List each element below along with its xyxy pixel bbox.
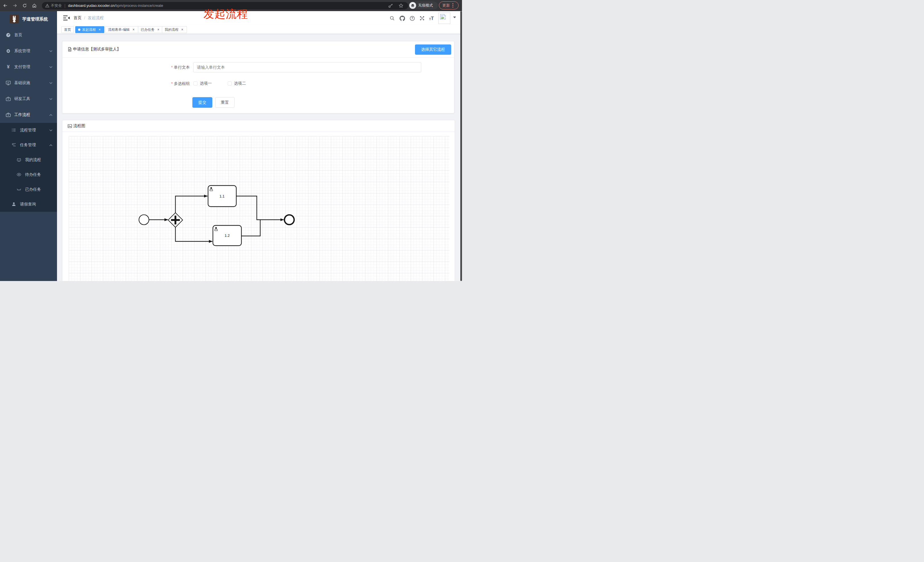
sidebar-item-done-tasks[interactable]: 已办任务 <box>0 182 57 197</box>
font-size-icon: TT <box>429 16 434 21</box>
chevron-down-icon <box>49 129 52 131</box>
scrollbar[interactable] <box>460 11 462 281</box>
list-icon <box>11 128 16 133</box>
chevron-down-icon <box>49 50 52 52</box>
sidebar-collapse-button[interactable] <box>63 15 70 21</box>
browser-reload-button[interactable] <box>21 2 28 9</box>
browser-forward-button[interactable] <box>11 2 18 9</box>
avatar-dropdown-caret-icon[interactable] <box>453 16 456 18</box>
tab-process-form-edit[interactable]: 流程表单-编辑 × <box>105 26 138 33</box>
breadcrumb-home[interactable]: 首页 <box>74 15 81 21</box>
bpmn-diagram: 1.1 1.2 <box>69 136 450 281</box>
flow-gateway-to-task1 <box>176 196 208 213</box>
sidebar-item-system[interactable]: 系统管理 <box>0 43 57 59</box>
close-icon[interactable]: × <box>98 28 102 31</box>
back-icon <box>3 3 8 8</box>
card-title: 流程图 <box>73 123 85 129</box>
broken-image-icon <box>440 13 446 20</box>
face-icon <box>16 157 22 162</box>
header-font-size-button[interactable]: TT <box>428 14 435 22</box>
gear-icon <box>6 48 11 54</box>
forward-icon <box>12 3 17 8</box>
toolbox-icon <box>6 112 11 117</box>
header-search-button[interactable] <box>388 14 396 22</box>
chrome-menu-dots-icon[interactable] <box>452 3 453 8</box>
sidebar-item-infrastructure[interactable]: 基础设施 <box>0 75 57 91</box>
chevron-up-icon <box>49 144 52 146</box>
incognito-badge: 无痕模式 <box>409 1 438 9</box>
address-separator: | <box>64 3 66 8</box>
sidebar-logo[interactable]: 芋道管理系统 <box>0 11 57 27</box>
single-line-text-input[interactable] <box>193 62 421 72</box>
incognito-label: 无痕模式 <box>418 3 433 8</box>
checkbox-option-2[interactable] <box>228 81 232 85</box>
tab-my-processes[interactable]: 我的流程 × <box>162 26 187 33</box>
home-icon <box>32 3 37 8</box>
user-task-1-1: 1.1 <box>208 186 236 207</box>
document-icon <box>68 47 72 52</box>
help-icon: ? <box>410 16 415 21</box>
chevron-up-icon <box>49 114 52 116</box>
flow-gateway-to-task2 <box>176 227 213 241</box>
sidebar-item-dev-tools[interactable]: 研发工具 <box>0 91 57 107</box>
select-other-process-button[interactable]: 选择其它流程 <box>415 45 451 55</box>
browser-window: 不安全 | dashboard.yudao.iocoder.cn/bpm/pro… <box>0 0 462 281</box>
header-fullscreen-button[interactable] <box>418 14 426 22</box>
search-icon <box>390 16 395 21</box>
header-help-button[interactable]: ? <box>408 14 416 22</box>
end-event-node <box>285 215 294 225</box>
browser-back-button[interactable] <box>2 2 9 9</box>
checkbox-group: 选项一 选项二 <box>194 78 246 88</box>
user-icon <box>11 202 16 207</box>
header-github-button[interactable] <box>398 14 406 22</box>
browser-home-button[interactable] <box>31 2 38 9</box>
card-header: 申请信息【测试多审批人】 选择其它流程 <box>62 41 454 58</box>
bookmark-star-icon[interactable] <box>399 3 404 8</box>
logo-rabbit-image <box>10 15 19 23</box>
reload-icon <box>22 3 27 8</box>
incognito-icon <box>409 2 416 9</box>
dashboard-icon <box>6 33 11 37</box>
password-key-icon[interactable] <box>388 3 393 8</box>
reset-button[interactable]: 重置 <box>215 97 235 108</box>
checkbox-option-1[interactable] <box>194 81 198 85</box>
close-icon[interactable]: × <box>132 28 135 31</box>
sidebar-item-home[interactable]: 首页 <box>0 27 57 43</box>
sidebar-item-task-management[interactable]: 任务管理 <box>0 138 57 153</box>
fullscreen-icon <box>420 16 424 21</box>
task-label: 1.1 <box>219 194 224 198</box>
chevron-down-icon <box>49 82 52 84</box>
tab-home[interactable]: 首页 <box>61 26 74 33</box>
sidebar-item-workflow[interactable]: 工作流程 <box>0 107 57 123</box>
chevron-down-icon <box>49 98 52 100</box>
close-icon[interactable]: × <box>156 28 160 31</box>
task-label: 1.2 <box>225 234 230 238</box>
workflow-icon <box>11 142 16 148</box>
monitor-icon <box>6 80 11 85</box>
active-dot-icon <box>78 28 80 31</box>
github-icon <box>400 16 405 21</box>
sidebar-item-payment[interactable]: ¥ 支付管理 <box>0 59 57 75</box>
chrome-update-button[interactable]: 更新 <box>439 1 459 9</box>
sidebar-item-todo-tasks[interactable]: 待办任务 <box>0 167 57 182</box>
submit-button[interactable]: 提交 <box>192 97 212 108</box>
avatar[interactable] <box>438 12 450 24</box>
svg-text:?: ? <box>411 17 413 20</box>
sidebar-item-leave-query[interactable]: 请假查询 <box>0 197 57 212</box>
sidebar-item-process-management[interactable]: 流程管理 <box>0 123 57 138</box>
card-header: 流程图 <box>62 120 454 132</box>
eye-closed-icon <box>16 187 22 192</box>
breadcrumb-separator: / <box>84 16 85 20</box>
breadcrumb: 首页 / 发起流程 <box>74 15 104 21</box>
sidebar-item-my-processes[interactable]: 我的流程 <box>0 153 57 167</box>
tab-done-tasks[interactable]: 已办任务 × <box>138 26 163 33</box>
security-label: 不安全 <box>51 3 62 8</box>
bpmn-canvas[interactable]: 1.1 1.2 <box>69 136 450 281</box>
eye-open-icon <box>16 172 22 177</box>
tab-initiate-process[interactable]: 发起流程 × <box>75 26 104 33</box>
start-event-node <box>139 215 149 225</box>
close-icon[interactable]: × <box>180 28 184 31</box>
picture-icon <box>68 124 72 128</box>
url-path: /bpm/process-instance/create <box>115 3 163 8</box>
app-title: 芋道管理系统 <box>22 16 48 22</box>
